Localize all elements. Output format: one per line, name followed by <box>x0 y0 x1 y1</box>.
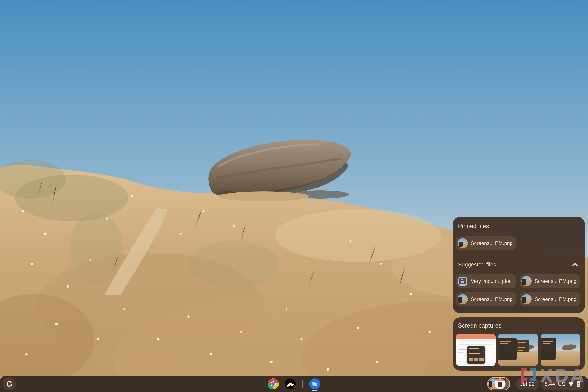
pinned-file-name: Screens... PM.png <box>471 240 512 246</box>
tote-panel: Pinned files Screens... PM.png Suggested… <box>453 217 585 313</box>
chrome-icon <box>268 378 279 389</box>
chevron-up-icon[interactable] <box>572 263 578 267</box>
shelf-status-area: Jul 22 8:44 US <box>487 377 584 390</box>
waves-app-icon <box>285 378 296 389</box>
shelf-apps <box>268 376 320 392</box>
battery-charging-icon <box>577 380 581 387</box>
capture-thumb-doc <box>495 378 506 389</box>
suggested-file-chip[interactable]: Screens... PM.png <box>456 292 516 306</box>
suggested-file-name: Screens... PM.png <box>535 278 576 284</box>
waves-app-button[interactable] <box>285 378 296 389</box>
wifi-icon <box>568 381 574 386</box>
suggested-file-chip[interactable]: Screens... PM.png <box>520 292 580 306</box>
shelf: G <box>0 376 588 392</box>
screen-captures-panel: Screen captures <box>453 317 585 370</box>
image-thumbnail <box>458 238 468 248</box>
suggested-files-title: Suggested files <box>458 262 496 268</box>
active-app-indicator <box>312 390 318 392</box>
suggested-files-grid: Very imp...nt.gdoc Screens... PM.png Scr… <box>456 274 580 306</box>
launcher-button[interactable]: G <box>3 377 16 390</box>
capture-thumb-muted <box>505 378 510 389</box>
files-folder-icon <box>309 378 320 389</box>
suggested-file-chip[interactable]: Very imp...nt.gdoc <box>456 274 516 288</box>
chrome-app-button[interactable] <box>268 378 279 389</box>
pinned-files-title: Pinned files <box>458 223 580 230</box>
status-tray[interactable]: 8:44 US <box>541 378 584 390</box>
suggested-file-chip[interactable]: Screens... PM.png <box>520 274 580 288</box>
input-locale-label: US <box>558 381 566 387</box>
clock-label: 8:44 <box>544 381 555 387</box>
pinned-file-chip[interactable]: Screens... PM.png <box>456 236 516 250</box>
chromeos-desktop: Pinned files Screens... PM.png Suggested… <box>0 0 588 392</box>
suggested-file-name: Very imp...nt.gdoc <box>471 278 512 284</box>
screen-captures-row <box>456 334 580 366</box>
image-thumbnail <box>522 294 532 304</box>
image-thumbnail <box>522 276 532 286</box>
gdoc-icon <box>458 277 467 286</box>
suggested-file-name: Screens... PM.png <box>535 296 576 302</box>
docs-window-capture-thumbnail[interactable] <box>456 334 496 366</box>
image-thumbnail <box>458 294 468 304</box>
files-app-button[interactable] <box>309 378 320 389</box>
desktop-window-menu-capture-thumbnail[interactable] <box>498 334 538 366</box>
shelf-separator <box>302 380 303 388</box>
date-pill[interactable]: Jul 22 <box>516 378 539 390</box>
suggested-file-name: Screens... PM.png <box>471 296 512 302</box>
tote-button[interactable] <box>487 377 510 390</box>
desktop-window-capture-thumbnail[interactable] <box>540 334 580 366</box>
screen-captures-title: Screen captures <box>458 322 580 329</box>
